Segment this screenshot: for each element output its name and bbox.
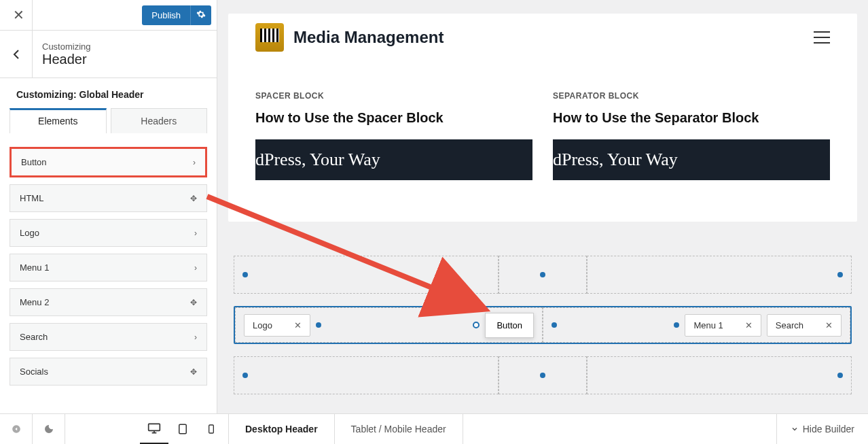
drop-dot: [242, 373, 248, 378]
site-brand: Media Management: [255, 23, 444, 52]
moon-icon: [43, 424, 54, 434]
device-tablet-button[interactable]: [168, 414, 197, 445]
dragging-chip-button[interactable]: Button: [485, 313, 534, 338]
zone-top-right[interactable]: [587, 256, 852, 294]
svg-rect-3: [209, 425, 214, 433]
element-item-logo[interactable]: Logo ›: [10, 219, 207, 247]
site-title: Media Management: [293, 28, 444, 47]
card-title: How to Use the Separator Block: [553, 110, 830, 126]
preview-frame: Media Management SPACER BLOCK How to Use…: [228, 14, 857, 222]
customizer-sidebar: ✕ Publish Customizing Header Customizing…: [0, 0, 217, 413]
device-switcher: [140, 414, 225, 445]
element-item-search[interactable]: Search ›: [10, 323, 207, 351]
subsection-label: Customizing: Global Header: [0, 78, 217, 108]
site-header: Media Management: [228, 14, 857, 61]
tab-elements[interactable]: Elements: [10, 108, 107, 133]
drop-dot: [551, 322, 557, 328]
zone-top-left[interactable]: [234, 256, 499, 294]
chip-label: Logo: [253, 320, 272, 330]
hamburger-menu[interactable]: [814, 31, 830, 44]
tab-mobile-header[interactable]: Tablet / Mobile Header: [335, 414, 463, 445]
header-titles: Customizing Header: [33, 41, 91, 67]
builder-row-main[interactable]: Logo ✕ Button Menu 1 ✕ Search ✕: [234, 306, 852, 344]
bottom-left-icons: [0, 414, 65, 445]
hide-builder-button[interactable]: Hide Builder: [776, 414, 868, 445]
chevron-right-icon: ›: [194, 332, 197, 342]
element-label: Socials: [20, 366, 48, 377]
builder-row-bottom[interactable]: [234, 356, 852, 394]
sidebar-tabs: Elements Headers: [0, 108, 217, 133]
element-item-menu1[interactable]: Menu 1 ›: [10, 254, 207, 281]
bottom-bar: Desktop Header Tablet / Mobile Header Hi…: [0, 413, 868, 444]
tab-headers[interactable]: Headers: [111, 108, 208, 133]
chip-label: Menu 1: [693, 320, 723, 330]
mobile-icon: [206, 424, 217, 434]
element-label: Button: [21, 157, 47, 167]
zone-bottom-center[interactable]: [499, 356, 587, 394]
zone-bottom-left[interactable]: [234, 356, 499, 394]
element-item-menu2[interactable]: Menu 2 ✥: [10, 288, 207, 316]
cards-row: SPACER BLOCK How to Use the Spacer Block…: [228, 61, 857, 180]
card-label: SEPARATOR BLOCK: [553, 91, 830, 101]
chip-menu1[interactable]: Menu 1 ✕: [685, 314, 761, 337]
publish-settings-button[interactable]: [190, 5, 211, 25]
builder-row-top[interactable]: [234, 256, 852, 294]
remove-chip-icon[interactable]: ✕: [825, 320, 833, 330]
chip-search[interactable]: Search ✕: [767, 314, 842, 337]
drop-dot: [242, 272, 248, 277]
elements-list: Button › HTML ✥ Logo › Menu 1 › Menu 2 ✥…: [0, 133, 217, 386]
remove-chip-icon[interactable]: ✕: [745, 320, 753, 330]
collapse-sidebar-button[interactable]: [0, 414, 33, 445]
card-spacer[interactable]: SPACER BLOCK How to Use the Spacer Block…: [255, 91, 532, 180]
zone-main-left[interactable]: Logo ✕ Button: [235, 307, 543, 343]
drop-dot: [837, 373, 843, 378]
close-customizer-button[interactable]: ✕: [5, 0, 33, 30]
zone-main-right[interactable]: Menu 1 ✕ Search ✕: [543, 307, 850, 343]
section-header: Customizing Header: [0, 31, 217, 78]
card-separator[interactable]: SEPARATOR BLOCK How to Use the Separator…: [553, 91, 830, 180]
builder-tabs: Desktop Header Tablet / Mobile Header: [228, 414, 463, 445]
svg-rect-2: [179, 424, 187, 434]
drop-dot: [837, 272, 843, 277]
gear-icon: [196, 10, 206, 19]
desktop-icon: [147, 422, 161, 435]
chip-label: Search: [776, 320, 803, 330]
chevron-right-icon: ›: [194, 228, 197, 238]
element-item-button[interactable]: Button ›: [10, 147, 207, 177]
element-item-html[interactable]: HTML ✥: [10, 184, 207, 212]
move-icon: ✥: [190, 298, 197, 307]
device-desktop-button[interactable]: [140, 414, 168, 445]
element-label: Menu 2: [20, 297, 49, 307]
customizing-label: Customizing: [42, 41, 91, 52]
triangle-left-icon: [12, 424, 21, 434]
back-button[interactable]: [0, 31, 33, 78]
active-drop-dot: [473, 322, 480, 328]
chevron-right-icon: ›: [193, 158, 196, 167]
zone-bottom-right[interactable]: [587, 356, 852, 394]
sidebar-topbar: ✕ Publish: [0, 0, 217, 31]
dark-mode-button[interactable]: [33, 414, 65, 445]
hide-builder-label: Hide Builder: [803, 424, 854, 434]
element-label: HTML: [20, 193, 43, 203]
header-builder: Logo ✕ Button Menu 1 ✕ Search ✕: [217, 256, 868, 413]
tab-desktop-header[interactable]: Desktop Header: [228, 414, 335, 445]
zone-top-center[interactable]: [499, 256, 587, 294]
device-mobile-button[interactable]: [197, 414, 225, 445]
element-label: Menu 1: [20, 262, 49, 273]
chevron-left-icon: [13, 49, 20, 60]
element-item-socials[interactable]: Socials ✥: [10, 358, 207, 386]
tablet-icon: [177, 423, 189, 435]
publish-group: Publish: [142, 5, 211, 25]
chip-logo[interactable]: Logo ✕: [244, 314, 310, 337]
drop-dot: [674, 322, 679, 328]
publish-button[interactable]: Publish: [142, 5, 190, 25]
element-label: Search: [20, 332, 48, 342]
card-image: dPress, Your Way: [553, 139, 830, 180]
chevron-down-icon: [791, 425, 799, 433]
site-logo[interactable]: [255, 23, 284, 52]
drop-dot: [540, 272, 545, 277]
drop-dot: [316, 322, 321, 328]
card-title: How to Use the Spacer Block: [255, 110, 532, 126]
remove-chip-icon[interactable]: ✕: [294, 320, 302, 330]
drop-dot: [540, 373, 545, 378]
